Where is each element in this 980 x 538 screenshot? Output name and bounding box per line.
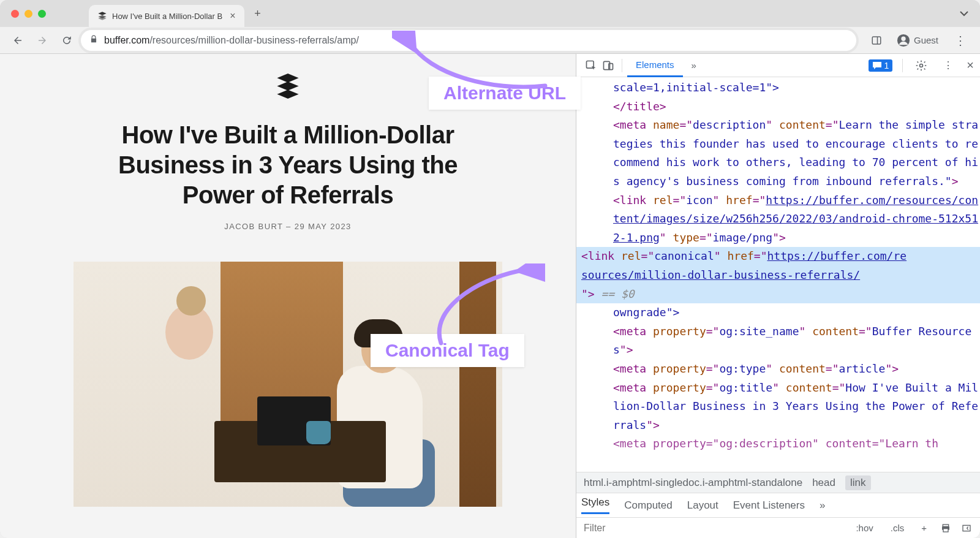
add-rule-button[interactable]: + (917, 521, 931, 535)
back-button[interactable] (7, 30, 28, 51)
svg-marker-8 (277, 81, 298, 91)
hero-image (74, 262, 502, 507)
styles-filter-row: :hov .cls + (576, 517, 980, 538)
svg-rect-14 (943, 525, 948, 526)
computed-tab[interactable]: Computed (624, 499, 672, 512)
svg-rect-3 (872, 37, 881, 44)
source-line: <meta property="og:site_name" content="B… (613, 322, 980, 360)
lock-icon (89, 35, 98, 45)
selected-source-line[interactable]: <link rel="canonical" href="https://buff… (576, 247, 980, 303)
profile-label: Guest (914, 35, 938, 45)
breadcrumb-item-selected[interactable]: link (845, 475, 871, 490)
article-title: How I've Built a Million-Dollar Business… (86, 120, 490, 210)
source-line: </title> (613, 97, 980, 116)
forward-button[interactable] (32, 30, 53, 51)
maximize-window-button[interactable] (38, 10, 46, 18)
svg-point-6 (901, 36, 905, 40)
title-bar: How I've Built a Million-Dollar B × + (0, 0, 980, 27)
source-line: <link rel="icon" href="https://buffer.co… (613, 191, 980, 248)
article-byline: JACOB BURT – 29 MAY 2023 (224, 222, 352, 231)
issues-count: 1 (884, 61, 889, 70)
breadcrumb-item[interactable]: html.i-amphtml-singledoc.i-amphtml-stand… (584, 477, 802, 489)
window-controls (11, 10, 46, 18)
tabs-overflow-button[interactable]: » (683, 55, 705, 76)
svg-rect-16 (943, 528, 948, 531)
web-page: How I've Built a Million-Dollar Business… (0, 54, 576, 538)
settings-icon[interactable] (913, 57, 930, 74)
svg-marker-9 (277, 89, 298, 99)
elements-tab[interactable]: Elements (627, 54, 683, 77)
source-line: <meta name="description" content="Learn … (613, 116, 980, 191)
content-area: How I've Built a Million-Dollar Business… (0, 54, 980, 538)
print-icon[interactable] (940, 522, 952, 534)
layout-tab[interactable]: Layout (687, 499, 718, 512)
address-bar[interactable]: buffer.com/resources/million-dollar-busi… (81, 30, 856, 51)
event-listeners-tab[interactable]: Event Listeners (733, 499, 805, 512)
source-line: owngrade"> (613, 303, 980, 322)
dom-breadcrumb[interactable]: html.i-amphtml-singledoc.i-amphtml-stand… (576, 472, 980, 493)
source-line: scale=1,initial-scale=1"> (613, 78, 980, 97)
devtools-panel: Elements » 1 ⋮ × scale=1,initial-scale (576, 54, 980, 538)
toolbar-right: Guest ⋮ (866, 30, 973, 51)
site-logo[interactable] (274, 74, 301, 103)
chrome-menu-button[interactable]: ⋮ (948, 33, 973, 48)
cls-button[interactable]: .cls (886, 521, 909, 535)
svg-marker-7 (277, 74, 298, 83)
reload-button[interactable] (56, 30, 77, 51)
svg-marker-0 (98, 12, 106, 15)
new-tab-button[interactable]: + (249, 7, 266, 20)
source-line: <meta property="og:description" content=… (613, 434, 980, 453)
hov-button[interactable]: :hov (851, 521, 877, 535)
devtools-tabs: Elements » 1 ⋮ × (576, 54, 980, 77)
devtools-menu-icon[interactable]: ⋮ (940, 57, 957, 74)
svg-marker-2 (98, 17, 106, 20)
tabs-menu-button[interactable] (959, 9, 969, 18)
panel-toggle-icon[interactable] (960, 522, 973, 534)
source-line: <meta property="og:title" content="How I… (613, 379, 980, 435)
elements-source[interactable]: scale=1,initial-scale=1"> </title> <meta… (576, 77, 980, 472)
tab-favicon (97, 11, 107, 21)
profile-button[interactable]: Guest (889, 31, 946, 50)
breadcrumb-item[interactable]: head (812, 477, 835, 489)
devtools-close-icon[interactable]: × (967, 58, 974, 72)
styles-tab[interactable]: Styles (581, 496, 609, 514)
styles-tabs-overflow[interactable]: » (820, 499, 825, 512)
url-text: buffer.com/resources/million-dollar-busi… (104, 35, 359, 46)
minimize-window-button[interactable] (24, 10, 32, 18)
url-host: buffer.com (104, 35, 149, 45)
svg-point-13 (920, 64, 923, 67)
browser-tab[interactable]: How I've Built a Million-Dollar B × (89, 5, 244, 27)
browser-window: How I've Built a Million-Dollar B × + bu… (0, 0, 980, 538)
device-toggle-icon[interactable] (600, 57, 617, 74)
styles-tabs: Styles Computed Layout Event Listeners » (576, 493, 980, 517)
tab-close-icon[interactable]: × (230, 10, 235, 21)
filter-input[interactable] (584, 523, 706, 534)
close-window-button[interactable] (11, 10, 19, 18)
panel-icon[interactable] (866, 30, 887, 51)
url-path: /resources/million-dollar-business-refer… (149, 35, 358, 45)
toolbar: buffer.com/resources/million-dollar-busi… (0, 27, 980, 54)
tab-title: How I've Built a Million-Dollar B (112, 12, 222, 21)
inspect-icon[interactable] (582, 57, 600, 74)
source-line: <meta property="og:type" content="articl… (613, 360, 980, 379)
issues-badge[interactable]: 1 (869, 59, 893, 72)
